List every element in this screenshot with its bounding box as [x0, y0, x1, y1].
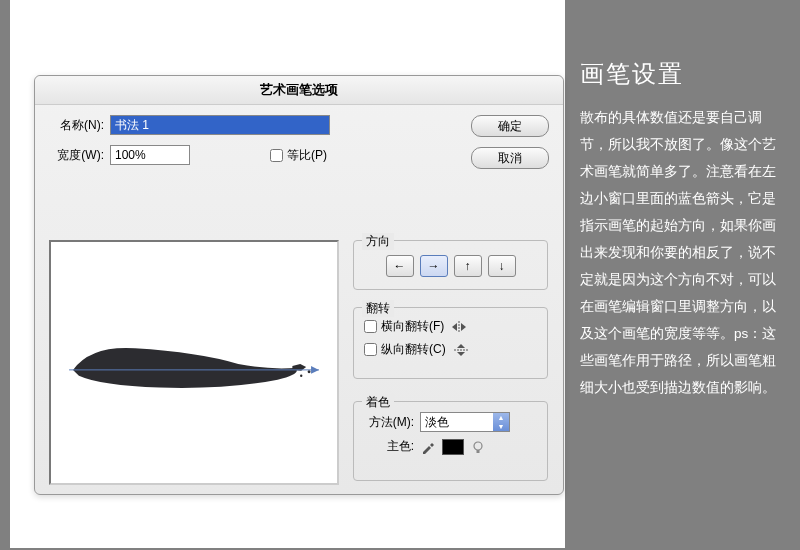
flip-vertical-checkbox[interactable]: 纵向翻转(C)	[364, 341, 446, 358]
method-select[interactable]: 淡色 ▲▼	[420, 412, 510, 432]
proportional-check-input[interactable]	[270, 149, 283, 162]
art-brush-options-dialog: 艺术画笔选项 确定 取消 名称(N): 宽度(W): 等比(P)	[34, 75, 564, 495]
svg-rect-6	[477, 450, 480, 453]
direction-group: 方向 ← → ↑ ↓	[353, 240, 548, 290]
brush-preview	[49, 240, 339, 485]
direction-left-button[interactable]: ←	[386, 255, 414, 277]
svg-point-5	[474, 442, 482, 450]
flip-group-label: 翻转	[362, 300, 394, 317]
eyedropper-icon[interactable]	[420, 439, 436, 455]
brush-stroke-preview	[51, 242, 337, 483]
direction-right-button[interactable]: →	[420, 255, 448, 277]
ok-button[interactable]: 确定	[471, 115, 549, 137]
cancel-button[interactable]: 取消	[471, 147, 549, 169]
direction-group-label: 方向	[362, 233, 394, 250]
direction-down-button[interactable]: ↓	[488, 255, 516, 277]
method-label: 方法(M):	[364, 414, 414, 431]
flip-horizontal-icon	[450, 320, 468, 334]
flip-vertical-icon	[452, 343, 470, 357]
colorization-group-label: 着色	[362, 394, 394, 411]
keycolor-swatch[interactable]	[442, 439, 464, 455]
proportional-checkbox[interactable]: 等比(P)	[270, 147, 327, 164]
width-label: 宽度(W):	[49, 147, 104, 164]
direction-arrow-icon	[311, 366, 319, 374]
dialog-title: 艺术画笔选项	[35, 76, 563, 105]
colorization-group: 着色 方法(M): 淡色 ▲▼ 主色:	[353, 401, 548, 481]
flip-horizontal-checkbox[interactable]: 横向翻转(F)	[364, 318, 444, 335]
width-input[interactable]	[110, 145, 190, 165]
side-panel: 画笔设置 散布的具体数值还是要自己调节，所以我不放图了。像这个艺术画笔就简单多了…	[580, 58, 780, 401]
select-stepper-icon[interactable]: ▲▼	[493, 413, 509, 431]
tips-icon[interactable]	[470, 439, 486, 455]
svg-point-1	[300, 375, 302, 377]
side-heading: 画笔设置	[580, 58, 780, 90]
side-text: 散布的具体数值还是要自己调节，所以我不放图了。像这个艺术画笔就简单多了。注意看在…	[580, 104, 780, 401]
keycolor-label: 主色:	[364, 438, 414, 455]
name-label: 名称(N):	[49, 117, 104, 134]
direction-up-button[interactable]: ↑	[454, 255, 482, 277]
flip-group: 翻转 横向翻转(F) 纵向翻转(C)	[353, 307, 548, 379]
name-input[interactable]	[110, 115, 330, 135]
svg-point-0	[308, 370, 311, 373]
